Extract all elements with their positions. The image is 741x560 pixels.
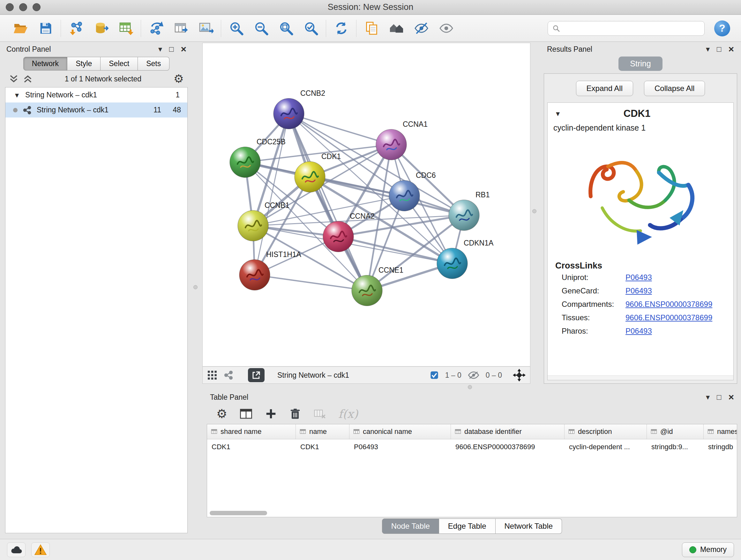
network-node-ccnb2[interactable]: CCNB2 — [273, 89, 325, 129]
crosslink-link[interactable]: 9606.ENSP00000378699 — [625, 313, 712, 322]
results-panel-menu-icon[interactable]: ▾ — [706, 45, 710, 53]
control-panel-close-icon[interactable]: × — [181, 44, 186, 54]
tab-network[interactable]: Network — [23, 57, 67, 71]
export-network-button[interactable] — [147, 20, 165, 37]
crosslink-link[interactable]: P06493 — [625, 273, 652, 282]
gene-expand-icon[interactable]: ▾ — [556, 109, 560, 118]
apply-layout-button[interactable] — [333, 20, 350, 37]
status-bar: Memory — [0, 539, 741, 560]
network-node-ccna1[interactable]: CCNA1 — [376, 120, 428, 160]
help-button[interactable]: ? — [714, 20, 730, 37]
columns-icon[interactable] — [239, 407, 253, 421]
zoom-in-button[interactable] — [227, 20, 245, 37]
column-header-canonical-name[interactable]: canonical name — [349, 424, 451, 439]
hide-selected-button[interactable] — [413, 20, 430, 37]
network-node-rb1[interactable]: RB1 — [449, 191, 490, 231]
open-in-browser-button[interactable] — [248, 368, 265, 382]
hidden-eye-icon[interactable] — [468, 371, 479, 380]
results-scrollbar[interactable] — [548, 375, 733, 380]
collapse-all-icon[interactable] — [23, 75, 32, 83]
tab-network-table[interactable]: Network Table — [495, 518, 562, 534]
grid-view-icon[interactable] — [207, 370, 217, 380]
show-all-button[interactable] — [437, 20, 455, 37]
crosslink-label: GeneCard: — [562, 287, 625, 295]
table-panel-float-icon[interactable]: □ — [717, 393, 722, 401]
pan-crosshair-icon[interactable] — [513, 369, 526, 381]
network-edge[interactable] — [338, 237, 452, 263]
network-node-cdkn1a[interactable]: CDKN1A — [437, 239, 494, 279]
home-view-button[interactable] — [388, 20, 405, 37]
tab-edge-table[interactable]: Edge Table — [439, 518, 495, 534]
table-hscrollbar[interactable] — [210, 511, 267, 515]
function-builder-icon[interactable]: f(x) — [338, 408, 358, 421]
delete-column-icon[interactable] — [313, 408, 326, 420]
network-edge-count: 48 — [166, 106, 181, 114]
control-panel-menu-icon[interactable]: ▾ — [158, 45, 162, 53]
zoom-selected-button[interactable] — [302, 20, 320, 37]
search-field[interactable] — [548, 21, 704, 36]
crosslink-link[interactable]: 9606.ENSP00000378699 — [625, 300, 712, 309]
copy-document-button[interactable] — [363, 20, 380, 37]
bottom-splitter-handle[interactable] — [468, 385, 472, 389]
table-row[interactable]: CDK1CDK1P064939606.ENSP00000378699cyclin… — [207, 439, 737, 454]
crosslink-link[interactable]: P06493 — [625, 287, 652, 295]
share-view-icon[interactable] — [224, 370, 233, 380]
tab-node-table[interactable]: Node Table — [382, 518, 439, 534]
column-header-name[interactable]: name — [296, 424, 349, 439]
table-panel-menu-icon[interactable]: ▾ — [706, 393, 710, 401]
results-panel-float-icon[interactable]: □ — [717, 45, 722, 53]
network-options-gear-icon[interactable]: ⚙ — [174, 72, 184, 85]
collection-expand-icon[interactable]: ▾ — [15, 91, 19, 100]
add-column-icon[interactable] — [265, 408, 277, 420]
import-network-database-button[interactable] — [92, 20, 110, 37]
close-window-button[interactable] — [6, 3, 14, 11]
network-row[interactable]: String Network – cdk1 11 48 — [5, 103, 187, 118]
import-network-file-button[interactable] — [67, 20, 84, 37]
import-table-file-button[interactable] — [117, 20, 134, 37]
network-collection-row[interactable]: ▾ String Network – cdk1 1 — [5, 87, 187, 103]
results-panel-close-icon[interactable]: × — [728, 44, 734, 54]
column-header-description[interactable]: description — [564, 424, 647, 439]
right-splitter-handle[interactable] — [532, 209, 536, 213]
minimize-window-button[interactable] — [19, 3, 27, 11]
table-panel-close-icon[interactable]: × — [728, 392, 734, 402]
network-node-cdc6[interactable]: CDC6 — [389, 171, 436, 211]
table-options-gear-icon[interactable]: ⚙ — [216, 407, 227, 421]
network-node-hist1h1a[interactable]: HIST1H1A — [239, 250, 301, 290]
export-table-icon — [174, 21, 189, 36]
export-image-button[interactable] — [197, 20, 214, 37]
save-session-button[interactable] — [37, 20, 54, 37]
column-header-namespace[interactable]: namespace — [704, 424, 737, 439]
delete-row-icon[interactable] — [289, 408, 301, 420]
column-header-@id[interactable]: @id — [647, 424, 704, 439]
zoom-fit-button[interactable] — [277, 20, 294, 37]
network-canvas[interactable]: CCNB2CCNA1CDC25BCDK1CDC6RB1CCNB1CCNA2CDK… — [203, 43, 530, 366]
collapse-all-button[interactable]: Collapse All — [644, 81, 705, 96]
crosslink-link[interactable]: P06493 — [625, 327, 652, 335]
memory-button[interactable]: Memory — [682, 543, 734, 557]
tab-sets[interactable]: Sets — [138, 57, 170, 71]
search-input[interactable] — [563, 24, 700, 33]
left-splitter-handle[interactable] — [193, 285, 198, 289]
expand-all-icon[interactable] — [9, 75, 18, 83]
column-header-database-identifier[interactable]: database identifier — [451, 424, 564, 439]
network-edge[interactable] — [289, 114, 367, 291]
network-node-cdk1[interactable]: CDK1 — [294, 152, 341, 192]
zoom-out-button[interactable] — [253, 20, 270, 37]
network-view[interactable]: CCNB2CCNA1CDC25BCDK1CDC6RB1CCNB1CCNA2CDK… — [202, 43, 530, 367]
tab-style[interactable]: Style — [67, 57, 100, 71]
open-session-button[interactable] — [12, 20, 29, 37]
column-header-shared-name[interactable]: shared name — [207, 424, 296, 439]
selected-checkbox-icon[interactable] — [430, 371, 439, 380]
cloud-status-button[interactable] — [7, 543, 25, 557]
network-node-ccnb1[interactable]: CCNB1 — [238, 201, 289, 241]
network-edge[interactable] — [289, 114, 391, 145]
tab-select[interactable]: Select — [100, 57, 138, 71]
network-edge[interactable] — [255, 275, 367, 291]
tab-string[interactable]: String — [618, 57, 662, 71]
expand-all-button[interactable]: Expand All — [576, 81, 633, 96]
zoom-window-button[interactable] — [32, 3, 41, 11]
warnings-button[interactable] — [31, 543, 50, 557]
export-table-button[interactable] — [172, 20, 190, 37]
control-panel-float-icon[interactable]: □ — [169, 45, 174, 53]
